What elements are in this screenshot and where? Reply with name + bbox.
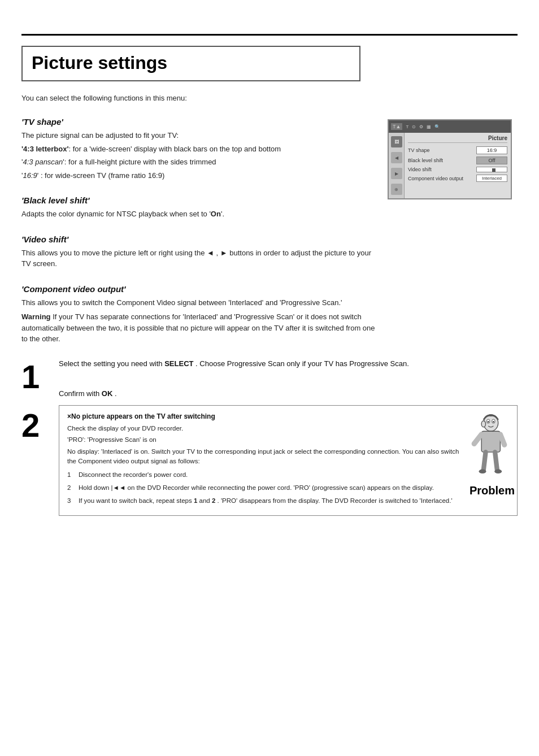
step-2-text: Confirm with OK .	[59, 388, 518, 399]
tv-menu-content: Picture TV shape 16:9 Black level shift …	[405, 133, 511, 198]
tv-header-icon-4: ▦	[427, 124, 431, 129]
tv-shape-bullet-1: '4:3 letterbox': for a 'wide-screen' dis…	[21, 144, 376, 155]
tv-menu-title: Picture	[408, 135, 507, 143]
tv-menu-label-video-shift: Video shift	[408, 167, 432, 172]
tv-menu-row-tv-shape: TV shape 16:9	[408, 146, 507, 154]
black-level-shift-text: Adapts the color dynamic for NTSC playba…	[21, 208, 376, 220]
warning-item-3-num: 3	[67, 496, 74, 506]
section-black-level-shift: 'Black level shift' Adapts the color dyn…	[21, 195, 376, 220]
section-tv-shape-body: The picture signal can be adjusted to fi…	[21, 130, 376, 181]
warning-box: ×No picture appears on the TV after swit…	[59, 405, 518, 516]
main-content: 'TV shape' The picture signal can be adj…	[21, 102, 518, 347]
tv-side-icon-2: ◀	[391, 152, 402, 163]
step-number-2: 2	[21, 409, 50, 442]
intro-text: You can select the following functions i…	[21, 94, 518, 102]
tv-menu-label-black-level: Black level shift	[408, 158, 443, 163]
warning-item-3: 3 If you want to switch back, repeat ste…	[67, 496, 463, 506]
problem-label: Problem	[470, 484, 509, 497]
person-svg	[470, 412, 509, 480]
tv-header-tab-active: T▲	[391, 123, 402, 130]
section-video-shift-body: This allows you to move the picture left…	[21, 247, 376, 270]
tv-side-icons: 🖼 ◀ ▶ ⊕	[389, 133, 405, 198]
component-video-text-2: Warning If your TV has separate connecti…	[21, 311, 376, 345]
svg-point-7	[479, 469, 486, 473]
warning-item-1-num: 1	[67, 470, 74, 480]
steps-content-col: Select the setting you need with SELECT …	[59, 358, 518, 516]
tv-menu-value-black-level: Off	[476, 157, 507, 164]
page: Picture settings You can select the foll…	[0, 34, 539, 756]
tv-header-icon-5: 🔍	[434, 124, 440, 129]
warning-item-3-text: If you want to switch back, repeat steps…	[79, 496, 453, 506]
tv-menu-row-video-shift: Video shift	[408, 167, 507, 172]
right-column: T▲ T ⊙ ⚙ ▦ 🔍 🖼 ◀ ▶ ⊕	[388, 102, 518, 347]
tv-header-icon-1: T	[406, 124, 408, 129]
video-shift-text: This allows you to move the picture left…	[21, 247, 376, 270]
section-video-shift: 'Video shift' This allows you to move th…	[21, 234, 376, 270]
svg-point-5	[481, 420, 485, 427]
warning-item-2-text: Hold down |◄◄ on the DVD Recorder while …	[79, 483, 434, 493]
step-numbers-col: 1 2	[21, 358, 50, 516]
svg-point-8	[494, 469, 502, 473]
page-title: Picture settings	[32, 53, 350, 73]
tv-panel-body: 🖼 ◀ ▶ ⊕ Picture TV shape 16:9 Black leve…	[389, 133, 511, 198]
svg-point-3	[488, 421, 489, 423]
tv-side-icon-3: ▶	[391, 168, 402, 179]
tv-menu-label-component-video: Component video output	[408, 176, 463, 181]
tv-shape-bullet-3: '16:9' : for wide-screen TV (frame ratio…	[21, 170, 376, 181]
tv-menu-row-black-level: Black level shift Off	[408, 157, 507, 164]
warning-box-title: ×No picture appears on the TV after swit…	[67, 412, 463, 420]
tv-side-icon-4: ⊕	[391, 184, 402, 195]
section-component-video-output-title: 'Component video output'	[21, 284, 376, 294]
section-black-level-shift-body: Adapts the color dynamic for NTSC playba…	[21, 208, 376, 220]
tv-side-icon-picture: 🖼	[391, 136, 402, 147]
left-column: 'TV shape' The picture signal can be adj…	[21, 102, 388, 347]
tv-shape-bullet-2: '4:3 panscan': for a full-height picture…	[21, 157, 376, 168]
warning-item-1: 1 Disconnect the recorder's power cord.	[67, 470, 463, 480]
svg-point-4	[493, 421, 494, 423]
step-1-text: Select the setting you need with SELECT …	[59, 358, 518, 370]
warning-item-2-num: 2	[67, 483, 74, 493]
tv-menu-panel: T▲ T ⊙ ⚙ ▦ 🔍 🖼 ◀ ▶ ⊕	[388, 119, 512, 199]
section-black-level-shift-title: 'Black level shift'	[21, 195, 376, 205]
person-illustration: Problem	[470, 412, 509, 475]
warning-item-1-text: Disconnect the recorder's power cord.	[79, 470, 188, 480]
tv-menu-value-component-video: Interlaced	[476, 175, 507, 182]
top-rule	[21, 34, 518, 36]
tv-menu-value-tv-shape: 16:9	[476, 146, 507, 154]
tv-header-icon-2: ⊙	[412, 124, 416, 129]
tv-header-icons: T▲ T ⊙ ⚙ ▦ 🔍	[391, 123, 440, 130]
tv-panel-header: T▲ T ⊙ ⚙ ▦ 🔍	[389, 120, 511, 133]
component-video-text-1: This allows you to switch the Component …	[21, 297, 376, 309]
section-video-shift-title: 'Video shift'	[21, 234, 376, 244]
warning-intro: Check the display of your DVD recorder.	[67, 424, 463, 433]
steps-section: 1 2 Select the setting you need with SEL…	[21, 358, 518, 516]
tv-menu-row-component-video: Component video output Interlaced	[408, 175, 507, 182]
step-number-1: 1	[21, 360, 50, 393]
section-tv-shape: 'TV shape' The picture signal can be adj…	[21, 117, 376, 181]
section-tv-shape-title: 'TV shape'	[21, 117, 376, 127]
section-component-video-output: 'Component video output' This allows you…	[21, 284, 376, 345]
tv-header-icon-3: ⚙	[419, 124, 423, 129]
warning-line-2: No display: 'Interlaced' is on. Switch y…	[67, 447, 463, 466]
warning-item-2: 2 Hold down |◄◄ on the DVD Recorder whil…	[67, 483, 463, 493]
warning-box-text: ×No picture appears on the TV after swit…	[67, 412, 463, 509]
tv-shape-intro: The picture signal can be adjusted to fi…	[21, 130, 376, 141]
tv-menu-slider-video-shift	[476, 167, 507, 172]
tv-menu-label-tv-shape: TV shape	[408, 147, 430, 153]
svg-rect-6	[481, 431, 500, 452]
warning-line-1: 'PRO': 'Progressive Scan' is on	[67, 435, 463, 445]
section-component-video-output-body: This allows you to switch the Component …	[21, 297, 376, 345]
title-box: Picture settings	[21, 46, 360, 81]
